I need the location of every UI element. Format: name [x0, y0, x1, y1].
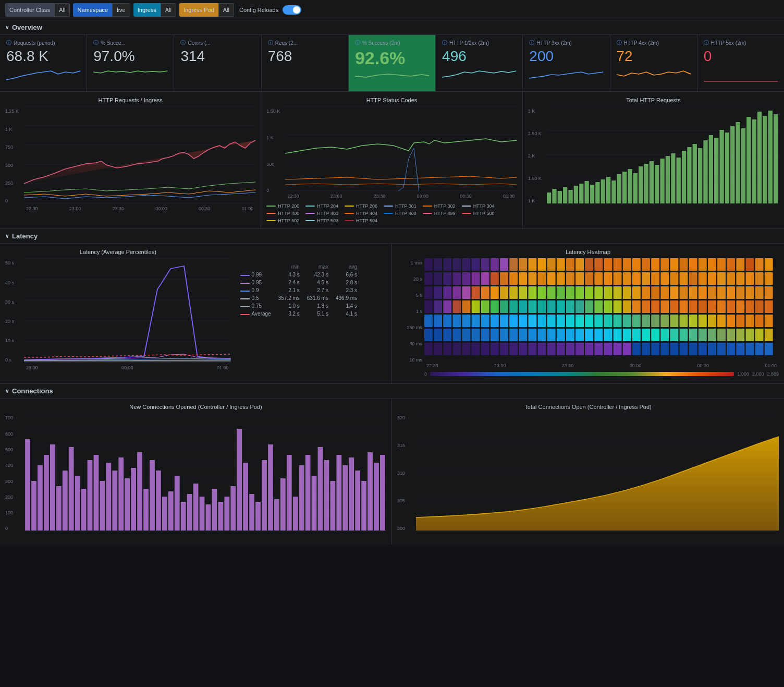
spark-0	[6, 67, 80, 82]
filter-value-controller[interactable]: All	[54, 3, 70, 17]
stat-info-icon-3[interactable]: ⓘ	[268, 39, 273, 46]
filter-controller-class[interactable]: Controller Class All	[5, 3, 70, 17]
svg-rect-387	[374, 463, 379, 531]
svg-rect-308	[632, 343, 641, 355]
svg-rect-23	[590, 185, 594, 203]
x-label-hr-5: 01:00	[242, 206, 254, 211]
svg-rect-111	[519, 272, 527, 285]
stat-info-icon-4[interactable]: ⓘ	[355, 39, 360, 46]
svg-rect-107	[481, 272, 489, 285]
svg-rect-173	[755, 286, 764, 299]
stat-http-5xx: ⓘ HTTP 5xx (2m) 0	[697, 35, 784, 91]
chart-http-status: HTTP Status Codes 1.50 K 1 K 500 0	[261, 92, 522, 228]
stat-success-2m: ⓘ % Success (2m) 92.6%	[349, 35, 436, 91]
filter-label-ingress: Ingress	[133, 3, 161, 17]
svg-rect-192	[585, 300, 593, 313]
svg-rect-234	[632, 315, 641, 327]
svg-rect-19	[568, 190, 572, 203]
y-lp-0: 50 s	[5, 260, 22, 266]
svg-rect-249	[424, 329, 433, 341]
x-hm-4: 00:30	[697, 363, 709, 368]
svg-rect-317	[717, 343, 726, 355]
svg-rect-209	[746, 300, 754, 313]
svg-rect-307	[623, 343, 631, 355]
total-connections-svg	[416, 413, 779, 531]
overview-section-label: Overview	[12, 23, 42, 31]
svg-rect-202	[680, 300, 688, 313]
svg-rect-115	[557, 272, 565, 285]
stat-title-5: HTTP 1/2xx (2m)	[449, 40, 489, 46]
x-hm-5: 01:00	[765, 363, 777, 368]
svg-rect-300	[557, 343, 565, 355]
svg-rect-360	[206, 504, 211, 531]
filter-ingress[interactable]: Ingress All	[133, 3, 176, 17]
svg-rect-230	[594, 315, 603, 327]
svg-rect-116	[566, 272, 574, 285]
svg-rect-163	[660, 286, 669, 299]
svg-rect-340	[81, 489, 87, 531]
stat-http-3xx: ⓘ HTTP 3xx (2m) 200	[523, 35, 610, 91]
svg-rect-197	[632, 300, 641, 313]
filter-value-namespace[interactable]: live	[112, 3, 130, 17]
status-legend: HTTP 200 HTTP 204 HTTP 206 HTTP 301 HTTP…	[266, 203, 517, 223]
overview-section-header[interactable]: ∨ Overview	[0, 20, 784, 35]
toggle-label: Config Reloads	[239, 7, 278, 13]
svg-rect-191	[575, 300, 584, 313]
filter-value-ingress[interactable]: All	[161, 3, 176, 17]
filter-ingress-pod[interactable]: Ingress Pod All	[179, 3, 234, 17]
filter-namespace[interactable]: Namespace live	[73, 3, 130, 17]
svg-rect-45	[708, 135, 713, 203]
svg-rect-231	[604, 315, 612, 327]
svg-rect-180	[472, 300, 480, 313]
svg-rect-114	[547, 272, 556, 285]
svg-rect-305	[604, 343, 612, 355]
svg-rect-228	[575, 315, 584, 327]
stat-info-icon-8[interactable]: ⓘ	[704, 39, 709, 46]
stat-info-icon-1[interactable]: ⓘ	[93, 39, 99, 46]
y-hs-3: 0	[266, 188, 283, 193]
svg-rect-320	[746, 343, 754, 355]
svg-rect-136	[755, 272, 764, 285]
svg-rect-377	[312, 476, 317, 531]
stat-info-icon-0[interactable]: ⓘ	[6, 39, 11, 46]
svg-rect-367	[249, 494, 254, 531]
svg-rect-184	[509, 300, 518, 313]
config-reloads-toggle[interactable]	[283, 5, 301, 15]
stat-info-icon-6[interactable]: ⓘ	[529, 39, 534, 46]
svg-rect-295	[509, 343, 518, 355]
y-hm-3: 1 s	[397, 309, 422, 314]
y-lp-3: 20 s	[5, 319, 22, 324]
stat-info-icon-5[interactable]: ⓘ	[442, 39, 447, 46]
stat-title-2: Conns (...	[188, 40, 210, 46]
x-label-hr-3: 00:00	[155, 206, 167, 211]
legend-503: HTTP 503	[305, 218, 338, 223]
stat-info-icon-2[interactable]: ⓘ	[180, 39, 186, 46]
stat-title-7: HTTP 4xx (2m)	[624, 40, 659, 46]
svg-rect-309	[642, 343, 650, 355]
lt-label-075: 0.75	[252, 303, 262, 309]
spark-1	[93, 67, 167, 82]
svg-rect-42	[692, 144, 696, 203]
y-lp-1: 40 s	[5, 280, 22, 285]
svg-rect-299	[547, 343, 556, 355]
filter-value-ingress-pod[interactable]: All	[218, 3, 234, 17]
connections-section-header[interactable]: ∨ Connections	[0, 384, 784, 399]
x-label-hr-4: 00:30	[199, 206, 211, 211]
svg-rect-70	[481, 258, 489, 271]
stat-value-1: 97.0%	[93, 49, 167, 65]
svg-rect-243	[717, 315, 726, 327]
svg-rect-306	[614, 343, 622, 355]
stat-value-2: 314	[180, 49, 254, 65]
stat-info-icon-7[interactable]: ⓘ	[617, 39, 622, 46]
svg-rect-283	[746, 329, 754, 341]
svg-rect-29	[622, 172, 627, 203]
latency-section-header[interactable]: ∨ Latency	[0, 229, 784, 244]
svg-rect-272	[642, 329, 650, 341]
svg-rect-336	[56, 486, 62, 531]
lt-avg-075: 1.4 s	[333, 303, 360, 309]
stat-title-4: % Success (2m)	[362, 40, 400, 46]
svg-rect-178	[452, 300, 461, 313]
stat-title-3: Reqs (2...	[275, 40, 298, 46]
lt-header-label	[237, 263, 274, 270]
chart-total-http-title: Total HTTP Requests	[528, 97, 779, 103]
